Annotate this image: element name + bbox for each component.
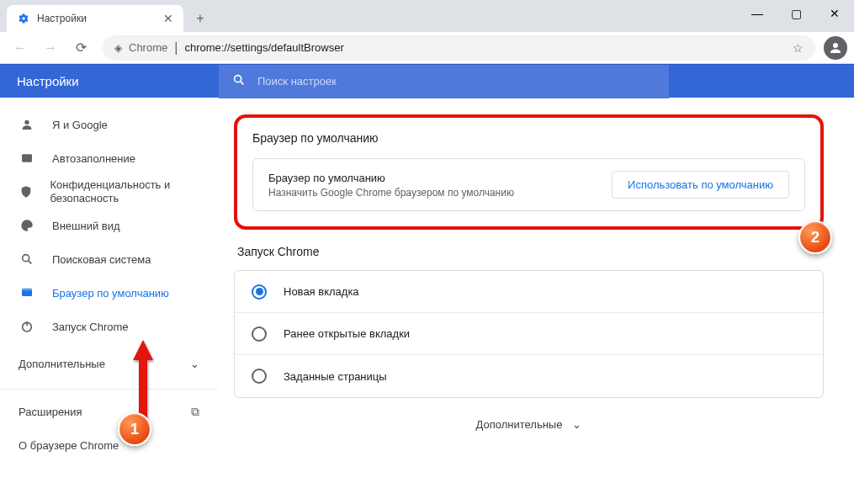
divider (0, 389, 218, 390)
radio-label: Ранее открытые вкладки (284, 327, 410, 340)
about-label: О браузере Chrome (19, 439, 119, 452)
search-icon (19, 252, 35, 266)
close-window-button[interactable]: ✕ (815, 0, 854, 27)
radio-unchecked-icon[interactable] (252, 326, 267, 342)
svg-point-3 (24, 120, 29, 125)
sidebar-item-label: Я и Google (52, 119, 108, 131)
maximize-button[interactable]: ▢ (777, 0, 815, 27)
autofill-icon (19, 151, 35, 165)
default-browser-section-title: Браузер по умолчанию (252, 131, 805, 145)
sidebar-advanced-toggle[interactable]: Дополнительные ⌄ (0, 343, 218, 384)
browser-icon (19, 286, 35, 300)
footer-advanced-toggle[interactable]: Дополнительные ⌄ (234, 418, 824, 431)
chevron-down-icon: ⌄ (190, 358, 199, 370)
svg-line-6 (29, 261, 32, 264)
close-icon[interactable]: ✕ (163, 12, 173, 25)
site-info-icon[interactable]: ◈ (114, 42, 122, 54)
url-prefix: Chrome (129, 41, 167, 54)
sidebar: Я и Google Автозаполнение Конфиденциальн… (0, 64, 219, 504)
shield-icon (19, 185, 34, 199)
palette-icon (19, 219, 35, 232)
startup-option-continue[interactable]: Ранее открытые вкладки (235, 313, 823, 355)
forward-button[interactable]: → (37, 34, 64, 61)
profile-avatar[interactable] (824, 36, 847, 60)
sidebar-item-autofill[interactable]: Автозаполнение (0, 141, 218, 175)
settings-search[interactable] (219, 65, 669, 98)
svg-point-0 (833, 43, 838, 48)
sidebar-item-privacy[interactable]: Конфиденциальность и безопасность (0, 175, 218, 209)
browser-tab[interactable]: Настройки ✕ (7, 5, 183, 32)
svg-point-1 (235, 76, 241, 82)
search-input[interactable] (257, 75, 655, 88)
svg-rect-8 (22, 289, 32, 291)
power-icon (19, 320, 35, 333)
startup-option-specific[interactable]: Заданные страницы (235, 355, 823, 397)
back-button[interactable]: ← (7, 34, 34, 61)
card-title: Браузер по умолчанию (268, 172, 514, 184)
main-content: Браузер по умолчанию Браузер по умолчани… (219, 64, 854, 504)
sidebar-about-link[interactable]: О браузере Chrome (0, 428, 218, 462)
radio-label: Новая вкладка (284, 285, 359, 298)
startup-section-title: Запуск Chrome (237, 245, 824, 258)
annotation-badge-1: 1 (118, 412, 151, 446)
startup-options-card: Новая вкладка Ранее открытые вкладки Зад… (234, 270, 824, 398)
annotation-badge-2: 2 (798, 220, 832, 254)
sidebar-item-label: Браузер по умолчанию (52, 287, 169, 300)
new-tab-button[interactable]: + (188, 7, 212, 30)
page-title: Настройки (0, 74, 219, 88)
sidebar-item-search[interactable]: Поисковая система (0, 242, 218, 276)
extensions-label: Расширения (19, 406, 82, 418)
address-bar[interactable]: ◈ Chrome | chrome://settings/defaultBrow… (103, 35, 815, 61)
person-icon (19, 118, 35, 131)
sidebar-extensions-link[interactable]: Расширения ⧉ (0, 395, 218, 428)
sidebar-item-label: Автозаполнение (52, 152, 135, 165)
advanced-label: Дополнительные (19, 358, 105, 370)
sidebar-item-startup[interactable]: Запуск Chrome (0, 310, 218, 343)
svg-line-2 (241, 82, 244, 85)
gear-icon (17, 12, 30, 25)
titlebar: Настройки ✕ + — ▢ ✕ (0, 0, 854, 32)
sidebar-item-appearance[interactable]: Внешний вид (0, 209, 218, 242)
svg-point-5 (23, 255, 29, 262)
footer-advanced-label: Дополнительные (476, 418, 563, 431)
tab-title: Настройки (37, 13, 156, 24)
sidebar-item-default-browser[interactable]: Браузер по умолчанию (0, 276, 218, 310)
reload-button[interactable]: ⟳ (67, 34, 94, 61)
card-subtitle: Назначить Google Chrome браузером по умо… (268, 187, 514, 199)
settings-header: Настройки (0, 64, 854, 98)
startup-option-newtab[interactable]: Новая вкладка (235, 271, 823, 313)
sidebar-item-label: Поисковая система (52, 253, 151, 266)
url-path: chrome://settings/defaultBrowser (184, 41, 343, 54)
minimize-button[interactable]: — (738, 0, 777, 27)
sidebar-item-you-and-google[interactable]: Я и Google (0, 108, 218, 141)
bookmark-icon[interactable]: ☆ (793, 41, 804, 55)
default-browser-card: Браузер по умолчанию Назначить Google Ch… (252, 158, 805, 211)
highlighted-section: Браузер по умолчанию Браузер по умолчани… (234, 114, 824, 230)
make-default-button[interactable]: Использовать по умолчанию (612, 171, 789, 199)
svg-rect-4 (22, 154, 32, 162)
toolbar: ← → ⟳ ◈ Chrome | chrome://settings/defau… (0, 32, 854, 64)
radio-label: Заданные страницы (284, 370, 387, 383)
radio-unchecked-icon[interactable] (252, 369, 267, 384)
sidebar-item-label: Запуск Chrome (52, 321, 129, 333)
sidebar-item-label: Внешний вид (52, 220, 120, 232)
external-link-icon: ⧉ (191, 405, 199, 419)
sidebar-item-label: Конфиденциальность и безопасность (50, 178, 219, 204)
search-icon (232, 73, 246, 89)
window-controls: — ▢ ✕ (738, 0, 854, 27)
radio-checked-icon[interactable] (252, 284, 267, 300)
chevron-down-icon: ⌄ (572, 418, 581, 431)
